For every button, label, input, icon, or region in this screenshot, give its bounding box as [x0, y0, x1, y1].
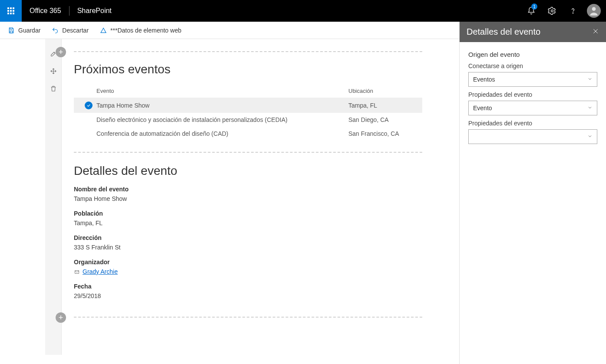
- events-table: Evento Ubicación Tampa Home Show Tampa, …: [74, 84, 422, 141]
- panel-title: Detalles del evento: [467, 27, 540, 37]
- property-panel: Detalles del evento Origen del evento Co…: [459, 22, 606, 364]
- section-divider: +: [74, 51, 422, 52]
- canvas-area: + Próximos eventos Evento Ubicación Tamp…: [0, 39, 459, 364]
- app-launcher-button[interactable]: [0, 0, 22, 22]
- notification-badge: 1: [531, 3, 537, 10]
- help-button[interactable]: [563, 0, 583, 22]
- svg-point-2: [592, 7, 596, 11]
- panel-props2-label: Propiedades del evento: [468, 120, 597, 127]
- svg-point-0: [551, 10, 553, 12]
- upcoming-events-title: Próximos eventos: [74, 62, 422, 76]
- field-label-name: Nombre del evento: [74, 186, 422, 193]
- field-value-city: Tampa, FL: [74, 220, 422, 226]
- triangle-icon: [100, 27, 107, 34]
- add-section-button[interactable]: +: [56, 312, 66, 323]
- table-row[interactable]: Conferencia de automatización del diseño…: [74, 127, 422, 141]
- section-divider: +: [74, 317, 422, 318]
- settings-button[interactable]: [542, 0, 563, 22]
- event-location: San Diego, CA: [348, 116, 422, 123]
- save-label: Guardar: [18, 27, 40, 34]
- move-icon: [50, 68, 57, 75]
- chevron-down-icon: [587, 76, 593, 83]
- user-avatar[interactable]: [587, 4, 601, 18]
- field-label-city: Población: [74, 210, 422, 217]
- check-icon: [85, 102, 93, 109]
- panel-close-button[interactable]: [592, 28, 599, 36]
- panel-source-heading: Origen del evento: [468, 51, 597, 58]
- app-name-label[interactable]: SharePoint: [70, 7, 119, 15]
- connect-source-dropdown[interactable]: Eventos: [468, 72, 597, 87]
- webpart-data-label: ***Datos de elemento web: [110, 27, 181, 34]
- move-webpart-button[interactable]: [48, 66, 59, 76]
- event-location: Tampa, FL: [348, 102, 422, 109]
- table-header: Evento Ubicación: [74, 84, 422, 98]
- close-icon: [592, 28, 599, 35]
- delete-webpart-button[interactable]: [48, 83, 59, 94]
- field-value-address: 333 S Franklin St: [74, 244, 422, 251]
- gear-icon: [548, 7, 556, 15]
- field-value-date: 29/5/2018: [74, 292, 422, 299]
- organizer-link[interactable]: Grady Archie: [83, 268, 118, 275]
- field-label-date: Fecha: [74, 283, 422, 290]
- field-label-organizer: Organizador: [74, 259, 422, 266]
- discard-button[interactable]: Descartar: [50, 25, 90, 36]
- event-name: Tampa Home Show: [96, 102, 348, 109]
- event-properties-dropdown-2[interactable]: [468, 129, 597, 144]
- svg-point-1: [573, 13, 573, 13]
- mail-icon: [74, 269, 80, 275]
- row-selected-indicator[interactable]: [81, 102, 96, 109]
- col-event-header: Evento: [96, 88, 348, 94]
- field-value-name: Tampa Home Show: [74, 195, 422, 202]
- add-section-button[interactable]: +: [56, 47, 66, 57]
- panel-connect-label: Conectarse a origen: [468, 62, 597, 69]
- event-location: San Francisco, CA: [348, 130, 422, 137]
- panel-props1-label: Propiedades del evento: [468, 91, 597, 98]
- event-details-title: Detalles del evento: [74, 164, 422, 178]
- panel-header: Detalles del evento: [460, 22, 606, 42]
- field-label-address: Dirección: [74, 234, 422, 241]
- webpart-toolbar: [45, 39, 62, 355]
- save-button[interactable]: Guardar: [6, 25, 42, 36]
- event-name: Diseño electrónico y asociación de insta…: [96, 116, 348, 123]
- waffle-icon: [7, 7, 14, 14]
- help-icon: [569, 7, 577, 15]
- event-properties-dropdown-1[interactable]: Evento: [468, 101, 597, 115]
- trash-icon: [50, 85, 57, 92]
- discard-label: Descartar: [62, 27, 89, 34]
- person-icon: [588, 5, 599, 16]
- table-row[interactable]: Diseño electrónico y asociación de insta…: [74, 113, 422, 127]
- brand-label[interactable]: Office 365: [22, 7, 69, 15]
- save-icon: [8, 27, 15, 34]
- svg-rect-7: [75, 271, 79, 274]
- undo-icon: [52, 27, 59, 34]
- webpart-data-button[interactable]: ***Datos de elemento web: [98, 25, 183, 36]
- chevron-down-icon: [587, 133, 593, 140]
- col-location-header: Ubicación: [348, 88, 422, 94]
- suite-bar: Office 365 SharePoint 1: [0, 0, 606, 22]
- field-value-organizer: Grady Archie: [74, 268, 422, 275]
- dropdown-value: Eventos: [473, 76, 495, 83]
- event-name: Conferencia de automatización del diseño…: [96, 130, 348, 137]
- section-divider: [74, 152, 422, 153]
- dropdown-value: Evento: [473, 105, 492, 111]
- chevron-down-icon: [587, 105, 593, 111]
- notifications-button[interactable]: 1: [521, 0, 542, 22]
- table-row[interactable]: Tampa Home Show Tampa, FL: [74, 98, 422, 113]
